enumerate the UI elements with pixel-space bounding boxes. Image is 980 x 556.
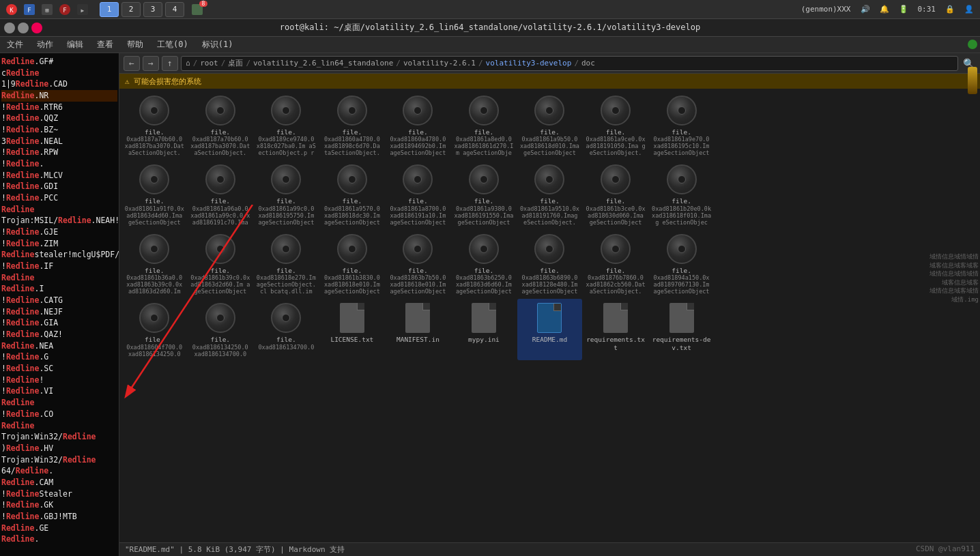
file-item-0-4[interactable]: file.0xad81860a4780.0 xad81894692b0.Im a… bbox=[386, 91, 450, 159]
file-item-1-2[interactable]: file.0xad81861a99c0.0 xad8186195750.Im a… bbox=[254, 160, 319, 228]
file-item-2-5[interactable]: file.0xad81863b6250.0 xad81863d6d60.Im a… bbox=[452, 230, 517, 297]
file-item-0-5[interactable]: file.0xad81861a8ed0.0 xad81861861d270.Im… bbox=[452, 91, 517, 159]
file-item-0-0[interactable]: file.0xad8187a70b60.0 xad8187ba3070.Dat … bbox=[122, 91, 187, 159]
battery-icon[interactable]: 🔋 bbox=[897, 5, 910, 14]
file-item-empty-1-1 bbox=[781, 160, 846, 228]
app-icon-4[interactable]: F bbox=[57, 2, 72, 17]
term-line-15: !Redline.GJE bbox=[1, 226, 117, 238]
bc-desktop[interactable]: 桌面 bbox=[228, 58, 243, 68]
file-item-3-8[interactable]: requirements-dev.txt bbox=[649, 299, 714, 360]
file-name-2-7: file. bbox=[606, 267, 626, 274]
file-item-1-8[interactable]: file.0xad81861b20e0.0k xad318618f010.Ima… bbox=[649, 160, 714, 228]
file-item-1-1[interactable]: file.0xad81861a96a0.0 xad81861a99c0.0 xa… bbox=[188, 160, 253, 228]
bell-icon[interactable]: 🔔 bbox=[878, 5, 891, 14]
file-name-3-3: LICENSE.txt bbox=[330, 336, 373, 343]
nav-up[interactable]: ↑ bbox=[162, 56, 178, 71]
file-item-1-7[interactable]: file.0xad81861b3ce0.0x ad818630d060.Ima … bbox=[583, 160, 648, 228]
maximize-button[interactable] bbox=[18, 23, 29, 33]
file-item-0-7[interactable]: file.0xad81861a9ce0.0x ad818191050.Ima g… bbox=[583, 91, 648, 159]
app-icon-5[interactable]: ▶ bbox=[75, 2, 90, 17]
file-item-1-3[interactable]: file.0xad81861a9570.0 xad818618dc30.Im a… bbox=[320, 160, 385, 228]
term-line-35: Trojan:Win32/Redline bbox=[1, 454, 117, 466]
file-item-2-2[interactable]: file.0xad818618e270.Im ageSectionObject.… bbox=[254, 230, 319, 297]
menu-file[interactable]: 文件 bbox=[4, 39, 26, 50]
file-item-3-5[interactable]: mypy.ini bbox=[452, 299, 517, 360]
window-title: root@kali: ~/桌面/volatility_2.6_lin64_sta… bbox=[280, 22, 700, 33]
file-item-3-0[interactable]: file.0xad818604f700.0 xad8186134250.0 bbox=[122, 299, 187, 360]
term-line-40: !Redline.GBJ!MTB bbox=[1, 511, 117, 523]
app-icon-2[interactable]: F bbox=[22, 2, 37, 17]
menu-edit[interactable]: 编辑 bbox=[64, 39, 86, 50]
file-item-0-8[interactable]: file.0xad81861a9e70.0 xad8186195c10.Im a… bbox=[649, 91, 714, 159]
user-icon[interactable]: 👤 bbox=[962, 5, 976, 14]
file-item-2-0[interactable]: file.0xad81861b36a0.0 xad81863b39c0.0x a… bbox=[122, 230, 187, 297]
minimize-button[interactable] bbox=[4, 23, 15, 33]
volume-icon[interactable]: 🔊 bbox=[859, 5, 872, 14]
file-item-1-6[interactable]: file.0xad81861a9510.0x ad818191760.Imag … bbox=[517, 160, 582, 228]
bc-home[interactable]: ⌂ bbox=[186, 59, 190, 68]
file-item-0-1[interactable]: file.0xad8187a70b60.0 xad8187ba3070.Dat … bbox=[188, 91, 253, 159]
nav-forward[interactable]: → bbox=[143, 56, 159, 71]
term-line-38: !RedlineStealer bbox=[1, 488, 117, 500]
lock-icon[interactable]: 🔒 bbox=[943, 5, 957, 14]
desktop-btn-1[interactable]: 1 bbox=[100, 2, 119, 17]
file-item-1-4[interactable]: file.0xad81861a8700.0 xad8186191a10.Im a… bbox=[386, 160, 450, 228]
file-item-1-0[interactable]: file.0xad81861a91f0.0x ad81863d4d60.Ima … bbox=[122, 160, 187, 228]
file-item-3-2[interactable]: file.0xad8186134700.0 bbox=[254, 299, 319, 360]
term-line-27: !Redline.SC bbox=[1, 363, 117, 375]
file-item-3-7[interactable]: requirements.txt bbox=[583, 299, 648, 360]
file-item-3-6[interactable]: README.md bbox=[517, 299, 582, 360]
file-item-2-3[interactable]: file.0xad81861b3830.0 xad818618e010.Im a… bbox=[320, 230, 385, 297]
file-item-2-7[interactable]: file.0xad81876b7860.0 xad81862cb560.Dat … bbox=[583, 230, 648, 297]
file-item-empty-1-0 bbox=[715, 160, 780, 228]
file-item-3-1[interactable]: file.0xad8186134250.0 xad8186134700.0 bbox=[188, 299, 253, 360]
close-button[interactable] bbox=[31, 23, 42, 33]
file-item-empty-2-1 bbox=[781, 230, 846, 297]
bc-vol-standalone[interactable]: volatility_2.6_lin64_standalone bbox=[253, 59, 393, 68]
file-addr-2-8: 0xad81894a150.0x ad81897067130.Im ageSec… bbox=[651, 274, 712, 295]
file-item-empty-0-3 bbox=[912, 91, 977, 159]
svg-text:F: F bbox=[27, 7, 31, 14]
file-addr-1-6: 0xad81861a9510.0x ad818191760.Imag eSect… bbox=[519, 205, 580, 226]
file-name-2-4: file. bbox=[408, 267, 428, 274]
desktop-btn-4[interactable]: 4 bbox=[165, 2, 184, 17]
term-line-29: !Redline.VI bbox=[1, 385, 117, 397]
file-item-1-5[interactable]: file.0xad81861a9380.0 xad8186191550.Ima … bbox=[452, 160, 517, 228]
bc-vol3-develop[interactable]: volatility3-develop bbox=[486, 59, 572, 68]
file-item-2-4[interactable]: file.0xad81863b7b50.0 xad818618e010.Im a… bbox=[386, 230, 450, 297]
term-line-7: 3Redline.NEAL bbox=[1, 136, 117, 147]
file-item-2-8[interactable]: file.0xad81894a150.0x ad81897067130.Im a… bbox=[649, 230, 714, 297]
desktop-btn-2[interactable]: 2 bbox=[121, 2, 141, 17]
app-icon-1[interactable]: K bbox=[4, 2, 19, 17]
term-line-16: !Redline.ZIM bbox=[1, 238, 117, 250]
file-item-2-1[interactable]: file.0xad81861b39c0.0x ad81863d2d60.Im a… bbox=[188, 230, 253, 297]
menu-action[interactable]: 动作 bbox=[34, 39, 56, 50]
file-item-0-6[interactable]: file.0xad81861a9b50.0 xad818618d010.Ima … bbox=[517, 91, 582, 159]
desktop-btn-3[interactable]: 3 bbox=[143, 2, 162, 17]
bc-root[interactable]: root bbox=[200, 59, 218, 68]
menu-extra1[interactable]: 工笔(0) bbox=[154, 39, 191, 50]
svg-text:▶: ▶ bbox=[81, 8, 85, 14]
file-item-empty-3-0 bbox=[715, 299, 780, 360]
file-item-3-3[interactable]: LICENSE.txt bbox=[320, 299, 385, 360]
menu-view[interactable]: 查看 bbox=[94, 39, 116, 50]
bc-doc[interactable]: doc bbox=[581, 59, 595, 68]
bc-vol-261[interactable]: volatility-2.6.1 bbox=[403, 59, 476, 68]
file-addr-2-3: 0xad81861b3830.0 xad818618e010.Im ageSec… bbox=[321, 274, 383, 295]
app-icon-badge[interactable]: 8 bbox=[190, 2, 205, 17]
nav-back[interactable]: ← bbox=[124, 56, 140, 71]
file-addr-2-2: 0xad818618e270.Im ageSectionObject.cl bc… bbox=[255, 274, 317, 295]
file-item-empty-1-2 bbox=[847, 160, 912, 228]
file-item-3-4[interactable]: MANIFEST.in bbox=[386, 299, 450, 360]
file-item-0-3[interactable]: file.0xad81860a4780.0 xad81898c6d70.Da t… bbox=[320, 91, 385, 159]
menu-extra2[interactable]: 标识(1) bbox=[199, 39, 236, 50]
file-name-1-7: file. bbox=[606, 197, 626, 205]
file-item-2-6[interactable]: file.0xad81863b6890.0 xad818128e480.Im a… bbox=[517, 230, 582, 297]
term-line-41: Redline.GE bbox=[1, 523, 117, 534]
file-item-0-2[interactable]: file.0xad8189ce9740.0 x818c027ba0.Im aSe… bbox=[254, 91, 319, 159]
file-name-3-1: file. bbox=[210, 336, 230, 343]
warning-text: 可能会损害您的系统 bbox=[134, 76, 201, 87]
menu-help[interactable]: 帮助 bbox=[124, 39, 146, 50]
file-name-0-2: file. bbox=[276, 128, 296, 136]
app-icon-3[interactable]: ⊞ bbox=[40, 2, 55, 17]
